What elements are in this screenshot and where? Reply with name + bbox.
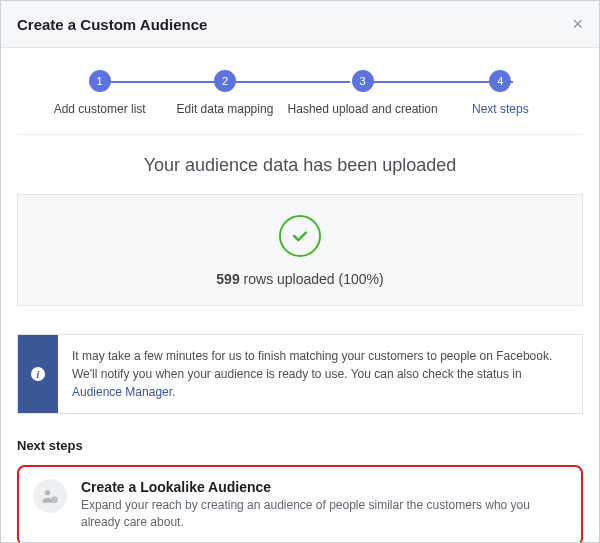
info-icon: i (31, 367, 45, 381)
step-circle: 3 (352, 70, 374, 92)
upload-success-heading: Your audience data has been uploaded (17, 155, 583, 176)
step-circle: 2 (214, 70, 236, 92)
upload-status-card: 599 rows uploaded (100%) (17, 194, 583, 306)
modal-header: Create a Custom Audience × (1, 1, 599, 48)
step-circle: 1 (89, 70, 111, 92)
step-4: 4 Next steps (438, 70, 563, 116)
step-label: Edit data mapping (177, 102, 274, 116)
step-2: 2 Edit data mapping (162, 70, 287, 116)
modal-body: 1 Add customer list 2 Edit data mapping … (1, 48, 599, 542)
step-circle: 4 (489, 70, 511, 92)
close-icon[interactable]: × (572, 15, 583, 33)
success-check-icon (279, 215, 321, 257)
svg-point-0 (45, 490, 50, 495)
info-text: It may take a few minutes for us to fini… (58, 335, 582, 413)
info-banner: i It may take a few minutes for us to fi… (17, 334, 583, 414)
info-icon-box: i (18, 335, 58, 413)
create-custom-audience-modal: Create a Custom Audience × 1 Add custome… (0, 0, 600, 543)
create-lookalike-card[interactable]: Create a Lookalike Audience Expand your … (17, 465, 583, 542)
step-connector (225, 81, 350, 83)
lookalike-icon (33, 479, 67, 513)
step-connector (100, 81, 225, 83)
step-1: 1 Add customer list (37, 70, 162, 116)
card-body: Create a Lookalike Audience Expand your … (81, 479, 567, 532)
progress-stepper: 1 Add customer list 2 Edit data mapping … (17, 48, 583, 135)
step-3: 3 Hashed upload and creation (288, 70, 438, 116)
rows-uploaded-text: 599 rows uploaded (100%) (28, 271, 572, 287)
step-label: Add customer list (54, 102, 146, 116)
info-text-suffix: . (172, 385, 175, 399)
step-label-active: Next steps (472, 102, 529, 116)
next-steps-heading: Next steps (17, 438, 583, 453)
card-title: Create a Lookalike Audience (81, 479, 567, 495)
modal-title: Create a Custom Audience (17, 16, 207, 33)
next-steps-list: Create a Lookalike Audience Expand your … (17, 465, 583, 542)
rows-status: rows uploaded (100%) (240, 271, 384, 287)
info-text-prefix: It may take a few minutes for us to fini… (72, 349, 552, 381)
audience-manager-link[interactable]: Audience Manager (72, 385, 172, 399)
card-description: Expand your reach by creating an audienc… (81, 497, 567, 532)
step-label: Hashed upload and creation (288, 102, 438, 116)
rows-count: 599 (216, 271, 239, 287)
